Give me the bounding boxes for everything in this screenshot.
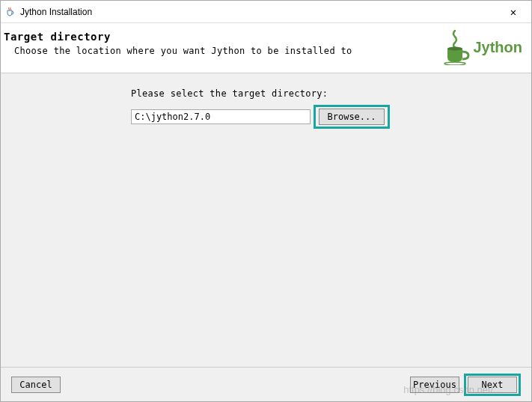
footer-left: Cancel [11,377,410,393]
page-subtitle: Choose the location where you want Jytho… [4,46,352,56]
page-title: Target directory [4,31,352,43]
java-icon [4,6,16,18]
titlebar: Jython Installation ✕ [1,1,531,23]
close-button[interactable]: ✕ [498,1,528,22]
window-title: Jython Installation [20,7,498,17]
directory-row: Browse... [131,105,509,129]
previous-button[interactable]: Previous [410,377,459,393]
cancel-button[interactable]: Cancel [11,377,61,393]
svg-point-0 [447,47,462,51]
jython-logo-text: Jython [473,39,522,56]
svg-point-1 [444,62,465,65]
header-text: Target directory Choose the location whe… [4,29,352,56]
content-area: Please select the target directory: Brow… [1,73,531,367]
jython-logo: Jython [440,29,522,65]
jython-cup-icon [440,29,470,65]
directory-input[interactable] [131,109,311,124]
directory-label: Please select the target directory: [131,88,509,99]
footer: Cancel https://blog.csdn.net/... Previou… [1,367,531,401]
browse-highlight: Browse... [314,105,390,129]
next-highlight: Next [464,374,521,396]
footer-right: Previous Next [410,374,521,396]
header: Target directory Choose the location whe… [1,23,531,73]
next-button[interactable]: Next [468,377,517,393]
browse-button[interactable]: Browse... [319,109,385,125]
installer-window: Jython Installation ✕ Target directory C… [0,0,532,402]
